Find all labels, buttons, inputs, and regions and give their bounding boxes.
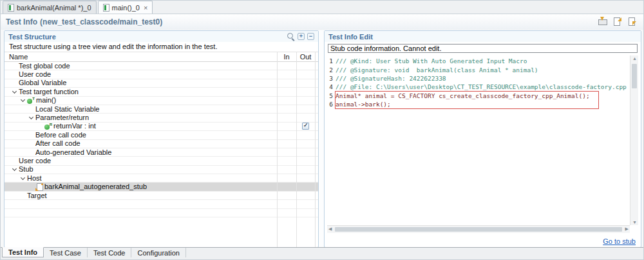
tree-row-name: Auto-generated Variable bbox=[5, 149, 277, 156]
tree-body: Test global codeUser codeGlobal Variable… bbox=[5, 62, 318, 217]
chevron-down-icon[interactable] bbox=[10, 91, 19, 93]
tree-item-label: Auto-generated Variable bbox=[35, 149, 111, 156]
chevron-down-icon[interactable] bbox=[18, 99, 27, 101]
column-header-name: Name bbox=[5, 53, 277, 61]
stub-code-viewer: 1/// @Kind: User Stub With Auto Generate… bbox=[327, 55, 638, 233]
code-text: /// @Signature: void barkAnimal(class An… bbox=[336, 66, 538, 74]
tree-item-label: Host bbox=[27, 175, 42, 182]
collapse-all-icon[interactable] bbox=[307, 33, 314, 40]
import-icon[interactable] bbox=[627, 17, 637, 26]
tab-close-icon[interactable]: × bbox=[144, 5, 147, 11]
save-icon[interactable] bbox=[597, 17, 607, 26]
test-file-icon bbox=[103, 4, 109, 12]
tree-row[interactable]: Global Variable bbox=[5, 79, 318, 88]
tree-row-name: Test global code bbox=[5, 63, 277, 70]
chevron-down-icon[interactable] bbox=[10, 168, 19, 170]
tree-row-name: After call code bbox=[5, 140, 277, 147]
code-text: /// @SignatureHash: 2422622338 bbox=[336, 75, 446, 82]
view-tab-test-case[interactable]: Test Case bbox=[44, 248, 88, 257]
test-structure-title: Test Structure bbox=[8, 33, 56, 41]
code-line: 1/// @Kind: User Stub With Auto Generate… bbox=[327, 57, 629, 65]
code-line: 2/// @Signature: void barkAnimal(class A… bbox=[327, 65, 629, 74]
tree-row[interactable]: Auto-generated Variable bbox=[5, 148, 318, 157]
test-file-icon bbox=[8, 4, 14, 12]
code-text: Animal* animal = CS_FACTORY cs_create_cl… bbox=[336, 92, 590, 99]
tree-row[interactable]: main() bbox=[5, 97, 318, 105]
line-number: 6 bbox=[327, 101, 333, 108]
titlebar-toolbar bbox=[597, 17, 637, 26]
tree-row-name: User code bbox=[5, 157, 277, 165]
test-info-edit-panel: Test Info Edit Stub code information. Ca… bbox=[324, 30, 641, 248]
column-header-out: Out bbox=[296, 53, 315, 61]
test-structure-toolbar bbox=[287, 32, 314, 41]
goto-stub-container: Go to stub bbox=[603, 237, 636, 245]
page-title-subtitle: (new_test_classcode/main_test0) bbox=[40, 17, 162, 26]
editor-tab-label: main()_0 bbox=[112, 4, 140, 12]
vertical-scrollbar[interactable]: ▲ ▼ bbox=[630, 55, 638, 225]
expand-all-icon[interactable] bbox=[298, 33, 305, 40]
chevron-down-icon[interactable] bbox=[26, 117, 35, 119]
tree-row[interactable]: returnVar : int bbox=[5, 123, 318, 131]
code-line: 4/// @File: C:\Users\user\Desktop\CT_TES… bbox=[327, 83, 629, 91]
line-number: 2 bbox=[327, 66, 333, 74]
tree-row-name: User code bbox=[5, 71, 277, 78]
tree-row[interactable]: User code bbox=[5, 157, 318, 165]
view-tab-label: Test Case bbox=[50, 249, 81, 257]
view-tab-bar: Test InfoTest CaseTest CodeConfiguration bbox=[1, 247, 643, 257]
tree-item-label: Target bbox=[27, 192, 47, 199]
tree-row[interactable]: barkAnimal_autogenerated_stub bbox=[5, 183, 318, 191]
stub-icon bbox=[35, 183, 43, 191]
code-lines: 1/// @Kind: User Stub With Auto Generate… bbox=[327, 57, 629, 108]
tree-item-label: main() bbox=[36, 97, 56, 104]
tree-item-label: Parameter/return bbox=[35, 114, 89, 121]
tree-row-name: Parameter/return bbox=[5, 114, 277, 121]
tree-cell-out bbox=[296, 123, 315, 130]
editor-tab[interactable]: main()_0× bbox=[98, 1, 153, 14]
tree-row bbox=[5, 200, 318, 208]
horizontal-scroll-thumb[interactable] bbox=[335, 227, 622, 232]
tree-row-name: main() bbox=[5, 97, 277, 104]
column-header-in: In bbox=[277, 53, 296, 61]
chevron-down-icon[interactable] bbox=[18, 177, 27, 179]
tree-row[interactable]: Test target function bbox=[5, 88, 318, 96]
page-title: Test Info(new_test_classcode/main_test0) bbox=[6, 17, 162, 26]
tree-item-label: User code bbox=[19, 157, 51, 165]
horizontal-scrollbar[interactable]: ◀ ▶ bbox=[327, 225, 630, 233]
tree-item-label: Before call code bbox=[35, 132, 86, 139]
scroll-left-icon[interactable]: ◀ bbox=[328, 226, 332, 232]
tree-column-headers: Name In Out bbox=[5, 52, 318, 62]
column-divider bbox=[296, 52, 297, 247]
tree-row-name: Local Static Variable bbox=[5, 106, 277, 113]
tree-row[interactable]: Parameter/return bbox=[5, 114, 318, 122]
goto-stub-link[interactable]: Go to stub bbox=[603, 237, 636, 245]
vertical-scroll-thumb[interactable] bbox=[632, 64, 637, 88]
scroll-down-icon[interactable]: ▼ bbox=[630, 220, 638, 225]
tree-row[interactable]: Host bbox=[5, 174, 318, 183]
test-structure-panel: Test Structure Test structure using a tr… bbox=[4, 30, 319, 248]
tree-item-label: After call code bbox=[35, 140, 80, 147]
tree-row[interactable]: User code bbox=[5, 70, 318, 79]
test-info-edit-header: Test Info Edit bbox=[325, 31, 641, 42]
view-tab-test-code[interactable]: Test Code bbox=[88, 248, 132, 257]
export-icon[interactable] bbox=[612, 17, 622, 26]
view-tab-configuration[interactable]: Configuration bbox=[131, 248, 185, 257]
tree-row[interactable]: After call code bbox=[5, 140, 318, 148]
column-divider bbox=[315, 52, 316, 247]
code-line: 3/// @SignatureHash: 2422622338 bbox=[327, 74, 629, 83]
scroll-up-icon[interactable]: ▲ bbox=[630, 56, 638, 61]
test-structure-header: Test Structure bbox=[5, 31, 318, 42]
tree-row[interactable]: Target bbox=[5, 192, 318, 200]
tree-row-name: Before call code bbox=[5, 132, 277, 139]
search-icon[interactable] bbox=[287, 32, 295, 41]
tree-row[interactable]: Local Static Variable bbox=[5, 105, 318, 114]
view-tab-test-info[interactable]: Test Info bbox=[2, 247, 44, 257]
tree-item-label: User code bbox=[19, 71, 51, 78]
code-line: 5Animal* animal = CS_FACTORY cs_create_c… bbox=[327, 92, 629, 100]
tree-row[interactable]: Before call code bbox=[5, 131, 318, 139]
editor-tab[interactable]: barkAnimal(Animal *)_0 bbox=[3, 1, 97, 14]
out-checkbox[interactable] bbox=[302, 123, 309, 130]
tree-item-label: barkAnimal_autogenerated_stub bbox=[44, 183, 147, 190]
scroll-right-icon[interactable]: ▶ bbox=[625, 226, 629, 232]
tree-row[interactable]: Stub bbox=[5, 166, 318, 174]
tree-row[interactable]: Test global code bbox=[5, 62, 318, 70]
